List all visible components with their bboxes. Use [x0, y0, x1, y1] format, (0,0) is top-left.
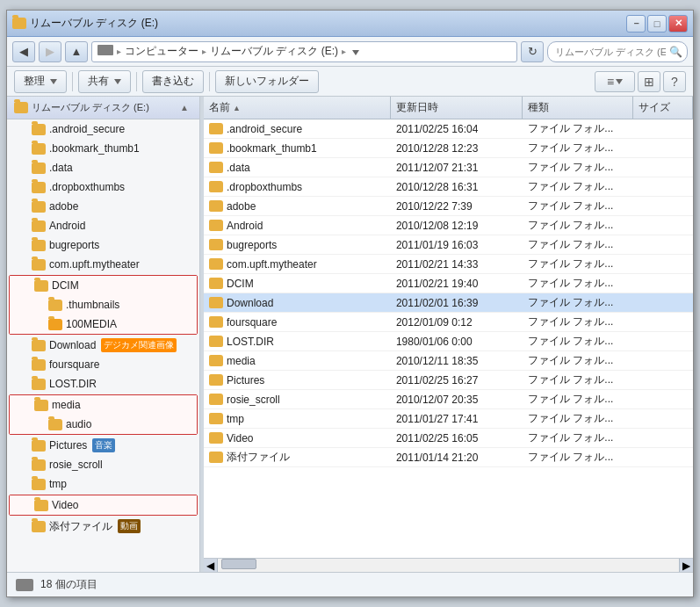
sidebar-item-bookmark[interactable]: .bookmark_thumb1 [7, 139, 199, 158]
table-row[interactable]: .dropboxthumbs2010/12/28 16:31ファイル フォル..… [204, 177, 693, 197]
table-row[interactable]: Download2011/02/01 16:39ファイル フォル... [204, 293, 693, 313]
sidebar-item-download[interactable]: Download デジカメ関連画像 [7, 336, 199, 355]
h-scroll-right[interactable]: ▶ [679, 559, 693, 573]
folder-icon [209, 220, 223, 231]
sidebar-item-dcim[interactable]: DCIM [10, 276, 197, 295]
folder-icon [209, 200, 223, 212]
sidebar-item-video[interactable]: Video [10, 495, 197, 515]
view-large-icon-button[interactable]: ⊞ [638, 71, 660, 92]
sidebar-item-label: LOST.DIR [49, 378, 97, 390]
table-row[interactable]: media2010/12/11 18:35ファイル フォル... [204, 351, 693, 371]
folder-icon-foursquare [32, 359, 46, 371]
folder-icon [209, 355, 223, 366]
sidebar-header[interactable]: リムーバブル ディスク (E:) ▲ [7, 97, 199, 119]
new-folder-label: 新しいフォルダー [225, 74, 309, 89]
sidebar-item-label: adobe [49, 200, 78, 213]
table-row[interactable]: .android_secure2011/02/25 16:04ファイル フォル.… [204, 119, 693, 139]
table-row[interactable]: .bookmark_thumb12010/12/28 12:23ファイル フォル… [204, 139, 693, 158]
table-row[interactable]: adobe2010/12/22 7:39ファイル フォル... [204, 197, 693, 216]
address-path[interactable]: ▸ コンピューター ▸ リムーバブル ディスク (E:) ▸ [91, 41, 517, 62]
sidebar-item-android[interactable]: Android [7, 216, 199, 235]
h-scroll-thumb[interactable] [221, 559, 256, 569]
burn-button[interactable]: 書き込む [142, 70, 204, 93]
col-header-date[interactable]: 更新日時 [391, 97, 523, 119]
folder-icon-android [32, 220, 46, 232]
table-row[interactable]: rosie_scroll2010/12/07 20:35ファイル フォル... [204, 390, 693, 409]
horizontal-scrollbar[interactable]: ◀ ▶ [204, 558, 693, 572]
sidebar-item-lostdir[interactable]: LOST.DIR [7, 374, 199, 394]
maximize-button[interactable]: □ [647, 15, 667, 33]
view-options-button[interactable]: ≡ [595, 71, 635, 92]
folder-icon [209, 123, 223, 134]
organize-label: 整理 [24, 74, 45, 89]
table-row[interactable]: LOST.DIR1980/01/06 0:00ファイル フォル... [204, 332, 693, 351]
sidebar-item-mytheater[interactable]: com.upft.mytheater [7, 255, 199, 274]
sidebar-item-dropbox[interactable]: .dropboxthumbs [7, 177, 199, 197]
title-bar: リムーバブル ディスク (E:) － □ ✕ [7, 11, 693, 37]
view-dropdown-icon [616, 79, 623, 84]
sidebar-item-thumbnails[interactable]: .thumbnails [10, 295, 197, 314]
sidebar-collapse-icon[interactable]: ▲ [180, 103, 189, 112]
up-button[interactable]: ▲ [65, 41, 88, 62]
file-list: 名前 ▲ 更新日時 種類 サイズ .android_secure2011/02/… [204, 97, 693, 558]
window-controls: － □ ✕ [626, 15, 688, 33]
sidebar: リムーバブル ディスク (E:) ▲ .android_secure .book… [7, 97, 200, 572]
sidebar-item-foursquare[interactable]: foursquare [7, 355, 199, 374]
sidebar-item-bugreports[interactable]: bugreports [7, 235, 199, 255]
table-row[interactable]: Android2010/12/08 12:19ファイル フォル... [204, 216, 693, 235]
sidebar-item-100media[interactable]: 100MEDIA [10, 314, 197, 334]
organize-button[interactable]: 整理 [14, 70, 67, 93]
close-button[interactable]: ✕ [668, 15, 688, 33]
sidebar-item-tmp[interactable]: tmp [7, 474, 199, 494]
minimize-button[interactable]: － [626, 15, 646, 33]
back-button[interactable]: ◀ [12, 41, 35, 62]
sidebar-item-pictures[interactable]: Pictures 音楽 [7, 436, 199, 455]
folder-icon-video [34, 500, 48, 511]
table-row[interactable]: foursquare2012/01/09 0:12ファイル フォル... [204, 313, 693, 332]
table-row[interactable]: Video2011/02/25 16:05ファイル フォル... [204, 429, 693, 448]
dcim-group: DCIM .thumbnails 100MEDIA [9, 275, 198, 335]
col-header-name[interactable]: 名前 ▲ [204, 97, 391, 119]
sidebar-item-label: Video [52, 499, 78, 511]
sidebar-item-attachment[interactable]: 添付ファイル 動画 [7, 517, 199, 536]
search-input[interactable] [547, 41, 688, 62]
burn-label: 書き込む [152, 74, 194, 89]
video-group: Video [9, 495, 198, 516]
refresh-button[interactable]: ↻ [521, 41, 544, 62]
toolbar-separator-2 [136, 72, 137, 91]
table-row[interactable]: bugreports2011/01/19 16:03ファイル フォル... [204, 235, 693, 255]
share-button[interactable]: 共有 [78, 70, 131, 93]
help-button[interactable]: ? [663, 71, 686, 92]
col-header-size[interactable]: サイズ [633, 97, 693, 119]
forward-button[interactable]: ▶ [39, 41, 61, 62]
table-row[interactable]: tmp2011/01/27 17:41ファイル フォル... [204, 409, 693, 429]
table-row[interactable]: .data2011/12/07 21:31ファイル フォル... [204, 158, 693, 177]
folder-icon-download [32, 340, 46, 351]
toolbar-right: ≡ ⊞ ? [595, 71, 686, 92]
sidebar-item-android-secure[interactable]: .android_secure [7, 119, 199, 139]
table-row[interactable]: DCIM2011/02/21 19:40ファイル フォル... [204, 274, 693, 293]
folder-icon [209, 452, 223, 463]
sidebar-item-media[interactable]: media [10, 395, 197, 415]
sidebar-item-label: Android [49, 220, 85, 232]
sidebar-item-data[interactable]: .data [7, 158, 199, 177]
table-row[interactable]: Pictures2011/02/25 16:27ファイル フォル... [204, 371, 693, 390]
folder-icon-tmp [32, 479, 46, 490]
folder-icon-adobe [32, 201, 46, 213]
sidebar-item-label: .dropboxthumbs [49, 181, 125, 193]
file-list-header: 名前 ▲ 更新日時 種類 サイズ [204, 97, 693, 119]
new-folder-button[interactable]: 新しいフォルダー [215, 70, 319, 93]
h-scroll-left[interactable]: ◀ [204, 559, 218, 573]
sidebar-item-label: foursquare [49, 358, 99, 371]
table-row[interactable]: com.upft.mytheater2011/02/21 14:33ファイル フ… [204, 255, 693, 274]
folder-icon-thumbnails [48, 300, 62, 311]
sidebar-item-audio[interactable]: audio [10, 415, 197, 434]
file-area: 名前 ▲ 更新日時 種類 サイズ .android_secure2011/02/… [204, 97, 693, 572]
table-row[interactable]: 添付ファイル2011/01/14 21:20ファイル フォル... [204, 448, 693, 467]
folder-icon-android-secure [32, 124, 46, 135]
sidebar-item-rosie[interactable]: rosie_scroll [7, 455, 199, 474]
folder-icon-audio [48, 419, 62, 430]
toolbar-separator-1 [72, 72, 73, 91]
sidebar-item-adobe[interactable]: adobe [7, 197, 199, 216]
col-header-type[interactable]: 種類 [523, 97, 633, 119]
